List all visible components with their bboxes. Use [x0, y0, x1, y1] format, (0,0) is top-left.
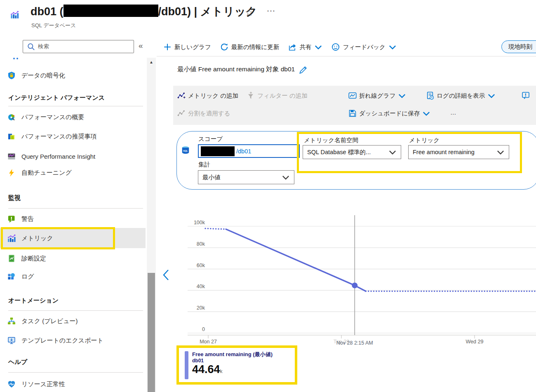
sidebar-item-label: テンプレートのエクスポート	[21, 337, 103, 345]
selected-data-point[interactable]	[352, 282, 357, 288]
scope-input[interactable]: /db01	[198, 144, 300, 158]
aggregation-dropdown[interactable]: 最小値	[198, 170, 294, 184]
divider	[8, 372, 143, 373]
charttool-add-metric-button[interactable]: メトリック の追加	[177, 92, 238, 100]
sidebar-item-label: ログ	[21, 273, 34, 281]
legend-highlight-box: Free amount remaining (最小値) db01 44.64k	[176, 345, 297, 385]
sidebar-section-header: 監視	[8, 194, 21, 202]
namespace-label: メトリック名前空間	[304, 136, 358, 144]
feedback-box-icon	[522, 92, 530, 100]
redaction-box	[201, 146, 235, 156]
commandbar-smiley-button[interactable]: フィードバック	[331, 43, 397, 51]
sidebar-section-header: ヘルプ	[8, 358, 27, 366]
charttool-label: フィルター の追加	[257, 92, 308, 100]
sidebar-item-auto-tuning[interactable]: 自動チューニング	[7, 167, 142, 178]
scrollbar-up-icon[interactable]: ▲	[147, 58, 156, 67]
charttool-save-button[interactable]: ダッシュボードに保存	[348, 109, 430, 117]
sidebar-item-alerts[interactable]: 警告	[7, 214, 142, 224]
plus-icon	[163, 43, 172, 51]
save-icon	[348, 109, 357, 117]
chevron-down-icon	[282, 173, 290, 181]
chevron-down-icon	[496, 148, 505, 156]
chevron-down-icon	[487, 92, 496, 100]
chart-panel-collapse-icon[interactable]	[161, 268, 172, 282]
azure-metrics-page: db01 (/db01) | メトリック ☆ … SQL データベース 検索 «…	[0, 0, 536, 392]
charttool-log-details-button[interactable]: ログの詳細を表示	[426, 92, 496, 100]
charttool-feedback-box-button[interactable]	[522, 92, 530, 100]
sidebar-scrollbar-thumb[interactable]	[148, 273, 155, 392]
chart-title: 最小値 Free amount remaining 対象 db01	[177, 65, 307, 74]
divider	[8, 106, 143, 106]
resource-health-icon	[7, 380, 16, 388]
more-menu-icon[interactable]: …	[266, 3, 276, 14]
sidebar-item-encryption[interactable]: データの暗号化	[7, 70, 142, 81]
sidebar-item-performance-recommendations[interactable]: パフォーマンスの推奨事項	[7, 131, 142, 142]
sidebar-item-label: パフォーマンスの推奨事項	[21, 133, 96, 141]
sidebar-item-resource-health[interactable]: リソース正常性	[7, 379, 142, 390]
divider	[8, 310, 143, 311]
svg-text:SQL: SQL	[183, 150, 188, 152]
commandbar-share-button[interactable]: 共有	[288, 43, 322, 51]
chevron-down-icon	[422, 109, 430, 117]
alerts-icon	[7, 215, 16, 223]
legend-item[interactable]: Free amount remaining (最小値) db01 44.64k	[185, 351, 273, 379]
y-axis-tick-label: 20k	[197, 305, 205, 311]
charttool-label: ログの詳細を表示	[437, 92, 485, 100]
edit-pencil-icon[interactable]	[299, 66, 307, 74]
series-line-dotted	[205, 228, 226, 229]
time-range-pill[interactable]: 現地時刻	[501, 40, 536, 53]
sidebar-collapse-icon[interactable]: «	[139, 41, 143, 50]
sidebar-item-label: 自動チューニング	[21, 169, 72, 177]
commandbar-plus-button[interactable]: 新しいグラフ	[163, 43, 211, 51]
share-icon	[288, 43, 296, 51]
commandbar-label: 新しいグラフ	[174, 43, 211, 51]
sidebar-item-label: パフォーマンスの概要	[21, 113, 84, 121]
chevron-down-icon	[398, 92, 406, 100]
chart-toolbar: メトリック の追加フィルター の追加折れ線グラフログの詳細を表示分割を適用するダ…	[173, 86, 536, 125]
chevron-down-icon	[388, 148, 397, 156]
diagnostic-settings-icon	[7, 254, 16, 263]
metric-label: メトリック	[409, 136, 440, 144]
aggregation-label: 集計	[198, 161, 210, 169]
charttool-label: 折れ線グラフ	[359, 92, 395, 100]
sidebar-item-diagnostic-settings[interactable]: 診断設定	[7, 253, 142, 264]
charttool-label: メトリック の追加	[188, 92, 238, 100]
search-input[interactable]: 検索	[23, 40, 134, 53]
y-axis-tick-label: 80k	[197, 241, 205, 247]
series-line-solid	[226, 229, 355, 285]
y-axis-tick-label: 0	[202, 326, 205, 332]
sidebar-item-performance-overview[interactable]: パフォーマンスの概要	[7, 112, 142, 122]
line-chart-icon	[348, 92, 357, 100]
sidebar-item-label: Query Performance Insight	[21, 153, 95, 160]
sidebar-item-logs[interactable]: ログ	[7, 271, 142, 282]
sidebar-item-tasks[interactable]: タスク (プレビュー)	[7, 316, 142, 326]
sidebar-item-export-template[interactable]: テンプレートのエクスポート	[7, 335, 142, 346]
sidebar-item-label: 警告	[21, 215, 34, 223]
chevron-down-icon	[314, 43, 322, 51]
charttool-line-chart-button[interactable]: 折れ線グラフ	[348, 92, 406, 100]
export-template-icon	[7, 336, 16, 345]
sql-database-icon: SQL	[181, 146, 190, 154]
y-axis-tick-label: 100k	[194, 220, 205, 225]
favorite-star-icon[interactable]: ☆	[245, 7, 254, 18]
y-axis-tick-label: 60k	[197, 263, 205, 268]
legend-unit: k	[220, 369, 223, 374]
command-bar: 新しいグラフ最新の情報に更新共有フィードバック	[163, 40, 397, 54]
charttool-more-button[interactable]: …	[450, 109, 456, 116]
sidebar-section-header: オートメーション	[8, 297, 59, 305]
highlight-box-metrics-item	[1, 227, 115, 249]
metrics-line-chart[interactable]: 100k80k60k40k20k0Mon 27Tue 28Wed 29Nov 2…	[173, 206, 536, 348]
sidebar-item-label: タスク (プレビュー)	[21, 317, 78, 325]
legend-value: 44.64k	[192, 364, 273, 375]
metric-dropdown[interactable]: Free amount remaining	[408, 145, 509, 159]
charttool-label: 分割を適用する	[188, 110, 230, 117]
commandbar-label: フィードバック	[343, 43, 386, 51]
performance-overview-icon	[7, 113, 16, 121]
add-filter-icon	[247, 92, 255, 100]
redaction-box	[63, 5, 158, 17]
namespace-dropdown[interactable]: SQL Database 標準的...	[303, 145, 401, 159]
commandbar-refresh-button[interactable]: 最新の情報に更新	[220, 43, 280, 51]
encryption-icon	[7, 71, 16, 80]
divider	[157, 56, 536, 56]
sidebar-item-query-performance-insight[interactable]: Query Performance Insight	[7, 151, 142, 162]
